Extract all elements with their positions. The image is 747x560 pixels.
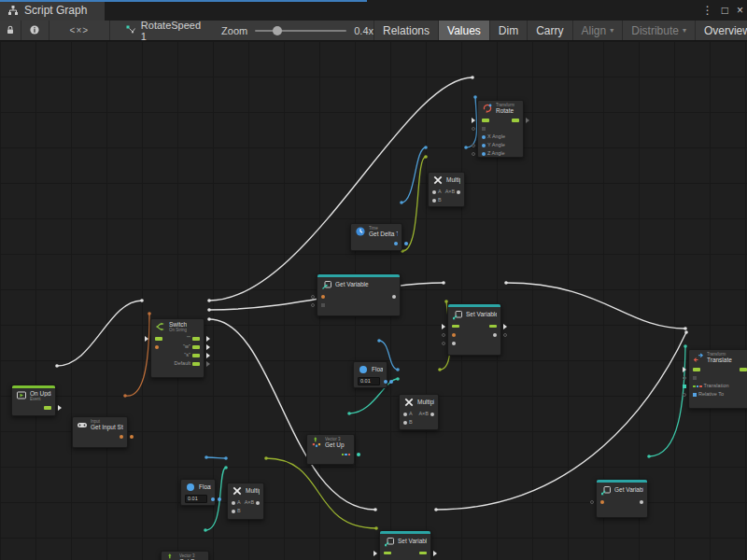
wire-getvariable2-to-translate[interactable] (649, 346, 685, 456)
port-bar[interactable] (512, 119, 519, 122)
wire-multiply3-to-setvariable2[interactable] (266, 458, 376, 528)
tab-script-graph[interactable]: Script Graph (0, 0, 105, 21)
port-dot-orange[interactable] (600, 500, 604, 504)
code-preview-button[interactable]: <×> (49, 21, 110, 40)
get-variable-2[interactable]: Get Variable (596, 479, 648, 518)
more-icon[interactable]: ⋮ (702, 5, 713, 16)
wire-getinput-to-switch[interactable] (125, 314, 149, 396)
port-dot-float[interactable] (389, 380, 393, 384)
set-variable-2[interactable]: Set Variable (379, 530, 431, 560)
get-variable-1[interactable]: Get Variable (317, 273, 401, 316)
port-dot-white[interactable] (430, 413, 434, 416)
port-tri-white[interactable] (683, 367, 686, 372)
toolbar-button-carry[interactable]: Carry (527, 21, 571, 40)
port-tri-white[interactable] (206, 353, 210, 358)
port-ghost[interactable] (503, 333, 507, 337)
rotate[interactable]: TransformRotateX AngleY AngleZ Angle (477, 100, 524, 158)
port-dot-float[interactable] (218, 497, 221, 501)
port-dot-float[interactable] (394, 242, 398, 245)
port-dot-white[interactable] (232, 501, 235, 505)
port-bar[interactable] (489, 325, 497, 329)
port-dot-orange[interactable] (452, 333, 456, 337)
port-tri-white[interactable] (206, 344, 210, 350)
port-dot-float[interactable] (482, 152, 486, 156)
port-dot-white[interactable] (640, 500, 643, 504)
port-vec3[interactable] (342, 454, 351, 456)
port-ghost[interactable] (442, 342, 445, 345)
toolbar-button-values[interactable]: Values (438, 21, 489, 40)
port-sq-dim[interactable] (693, 376, 697, 380)
graph-canvas[interactable]: On UpdateEventInputGet Input StringSwitc… (0, 41, 747, 560)
port-dot-white[interactable] (256, 501, 260, 505)
port-ghost[interactable] (311, 295, 315, 299)
port-ghost[interactable] (442, 333, 445, 337)
get-input-string[interactable]: InputGet Input String (72, 416, 128, 448)
port-dot-white[interactable] (432, 190, 436, 194)
port-dot-white[interactable] (432, 199, 436, 203)
port-dot-white[interactable] (232, 510, 235, 513)
port-tri-dim[interactable] (206, 361, 210, 367)
port-tri-dim[interactable] (526, 118, 529, 123)
translate[interactable]: TransformTranslateTranslationRelative To (688, 349, 747, 409)
port-tri-white[interactable] (58, 405, 62, 411)
port-tri-white[interactable] (145, 336, 148, 342)
port-bar[interactable] (384, 552, 391, 555)
port-bar[interactable] (192, 345, 200, 349)
port-bar[interactable] (155, 337, 162, 341)
float-1[interactable]: Float0.01 (353, 361, 388, 388)
port-tri-white[interactable] (206, 336, 210, 342)
wire-deltatime-to-multiply1[interactable] (402, 147, 426, 203)
toolbar-button-dim[interactable]: Dim (489, 21, 527, 40)
value-input[interactable]: 0.01 (358, 377, 380, 385)
port-dot-orange[interactable] (155, 345, 159, 349)
get-delta-time[interactable]: TimeGet Delta Time (350, 223, 402, 251)
port-tri-white[interactable] (433, 551, 437, 556)
port-bar[interactable] (192, 362, 200, 366)
get-down[interactable]: Vector 3Get Down (161, 551, 209, 560)
port-tri-white[interactable] (472, 118, 475, 123)
set-variable-1[interactable]: Set Variable (447, 303, 501, 356)
port-dot-white[interactable] (452, 342, 456, 345)
wire-getvariable1-to-multiply1[interactable] (402, 157, 426, 251)
port-sq-dim[interactable] (482, 127, 486, 131)
multiply-2[interactable]: MultiplyAA×BB (399, 394, 439, 430)
port-tri-white[interactable] (374, 551, 377, 556)
port-tri-white[interactable] (503, 324, 507, 329)
toolbar-button-distribute[interactable]: Distribute▾ (622, 21, 695, 40)
port-dot-white[interactable] (493, 333, 497, 337)
lock-button[interactable] (0, 21, 21, 40)
on-update-event[interactable]: On UpdateEvent (11, 385, 56, 416)
port-bar[interactable] (482, 119, 489, 122)
wire-setvariable1-to-translate[interactable] (506, 283, 685, 329)
float-2[interactable]: Float0.01 (180, 479, 216, 506)
port-dot-white[interactable] (457, 190, 460, 194)
toolbar-button-align[interactable]: Align▾ (572, 21, 623, 40)
maximize-icon[interactable]: □ (722, 5, 728, 16)
port-dot-white[interactable] (403, 413, 407, 416)
port-dot-float[interactable] (384, 380, 388, 384)
port-bar[interactable] (44, 406, 51, 410)
port-tri-white[interactable] (442, 324, 445, 329)
port-dot-orange[interactable] (120, 435, 123, 439)
multiply-3[interactable]: MultiplyAA×BB (227, 483, 264, 520)
breadcrumb[interactable]: RotateSpeed 1 (125, 20, 201, 42)
multiply-1[interactable]: MultiplyAA×BB (428, 172, 465, 207)
port-dot-white[interactable] (392, 295, 396, 299)
port-vec3[interactable] (693, 385, 702, 388)
port-bar[interactable] (192, 354, 200, 357)
port-bar[interactable] (452, 325, 459, 329)
zoom-slider[interactable] (255, 30, 346, 32)
wire-onupdate-to-switch[interactable] (57, 301, 142, 366)
port-ghost[interactable] (590, 500, 594, 504)
wire-setvariable2-to-translate[interactable] (436, 332, 686, 510)
port-ghost[interactable] (311, 303, 315, 307)
port-sq-teal[interactable] (683, 385, 686, 388)
zoom-slider-thumb[interactable] (273, 26, 282, 35)
port-bar[interactable] (693, 368, 700, 371)
close-icon[interactable]: × (737, 5, 743, 16)
port-dot-white[interactable] (403, 421, 407, 425)
wire-float2-to-multiply3[interactable] (206, 457, 226, 458)
port-dot-float[interactable] (211, 497, 215, 501)
toolbar-button-overview[interactable]: Overview (695, 21, 747, 40)
port-bar[interactable] (192, 337, 200, 341)
